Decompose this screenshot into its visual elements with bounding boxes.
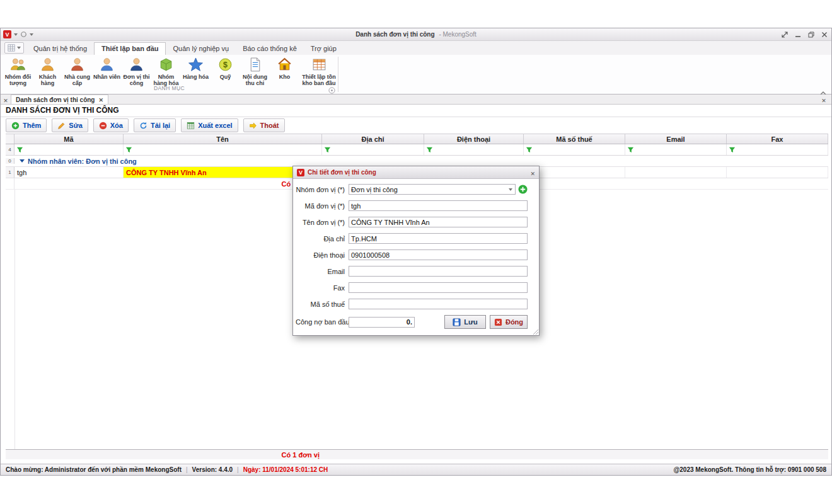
group-row-content[interactable]: Nhóm nhân viên: Đơn vị thi công — [14, 158, 828, 165]
column-header-dien-thoai[interactable]: Điện thoại — [424, 134, 524, 144]
ribbon-item-income-expense[interactable]: Nội dung thu chi — [240, 56, 270, 88]
exit-button[interactable]: Thoát — [243, 118, 285, 132]
group-combobox[interactable] — [349, 184, 516, 195]
tax-code-input[interactable] — [349, 299, 528, 309]
field-address-label: Địa chỉ — [296, 235, 349, 243]
filter-cell-ten[interactable] — [124, 144, 322, 155]
statusbar-support: @2023 MekongSoft. Thông tin hỗ trợ: 0901… — [674, 466, 826, 473]
column-header-ma[interactable]: Mã — [14, 134, 124, 144]
indicator-column-line — [14, 190, 15, 449]
ribbon-item-fund[interactable]: $ Quỹ — [211, 56, 240, 81]
ribbon-item-object-group[interactable]: Nhóm đối tượng — [3, 56, 33, 88]
close-tab-icon[interactable] — [98, 96, 103, 103]
add-button[interactable]: Thêm — [6, 118, 47, 132]
construction-unit-icon — [129, 57, 144, 72]
ribbon-tab-help[interactable]: Trợ giúp — [304, 43, 344, 55]
dialog-titlebar[interactable]: Chi tiết đơn vị thi công — [293, 166, 539, 179]
opening-balance-input[interactable] — [349, 317, 415, 328]
field-tax-code: Mã số thuế — [296, 299, 528, 309]
filter-icon[interactable] — [426, 146, 433, 153]
filter-cell-fax[interactable] — [727, 144, 828, 155]
document-tab-active[interactable]: Danh sách đơn vị thi công — [11, 94, 108, 104]
document-tab-label: Danh sách đơn vị thi công — [16, 96, 95, 103]
ribbon-tab-reports[interactable]: Báo cáo thống kê — [236, 43, 304, 55]
titlebar: Danh sách đơn vị thi công - MekongSoft — [1, 28, 831, 41]
add-group-icon[interactable] — [518, 185, 528, 194]
email-input[interactable] — [349, 266, 528, 277]
reload-button[interactable]: Tải lại — [134, 118, 176, 132]
save-button-label: Lưu — [464, 318, 477, 326]
dialog-close-icon[interactable] — [530, 167, 535, 178]
data-row-indicator: 1 — [6, 167, 14, 178]
group-row-label: Nhóm nhân viên: Đơn vị thi công — [28, 158, 137, 165]
divider — [1, 117, 831, 117]
save-button[interactable]: Lưu — [444, 315, 486, 329]
app-menu-button[interactable] — [4, 42, 24, 54]
footer-summary-text: Có 1 đơn vị — [124, 450, 322, 459]
filter-cell-dien-thoai[interactable] — [424, 144, 524, 155]
close-document-icon[interactable] — [819, 94, 829, 105]
reload-icon — [139, 122, 147, 130]
code-input[interactable] — [349, 200, 528, 211]
add-button-label: Thêm — [23, 122, 41, 129]
column-header-dia-chi[interactable]: Địa chỉ — [322, 134, 424, 144]
edit-button[interactable]: Sửa — [52, 118, 88, 132]
ribbon-item-construction-unit[interactable]: Đơn vị thi công — [122, 56, 151, 88]
close-dialog-button[interactable]: Đóng — [490, 315, 528, 329]
column-header-email[interactable]: Email — [625, 134, 727, 144]
filter-icon[interactable] — [16, 146, 23, 153]
filter-icon[interactable] — [324, 146, 331, 153]
restore-icon[interactable] — [807, 30, 816, 39]
filter-icon[interactable] — [526, 146, 533, 153]
filter-cell-dia-chi[interactable] — [322, 144, 424, 155]
fax-input[interactable] — [349, 282, 528, 293]
filter-cell-ma-so-thue[interactable] — [524, 144, 625, 155]
export-excel-button[interactable]: Xuất excel — [181, 118, 238, 132]
filter-icon[interactable] — [627, 146, 634, 153]
filter-cell-ma[interactable] — [14, 144, 124, 155]
summary-row-indicator — [6, 178, 14, 189]
cell-fax[interactable] — [727, 167, 828, 178]
ribbon-tab-system[interactable]: Quản trị hệ thống — [26, 43, 94, 55]
close-window-icon[interactable] — [820, 30, 829, 39]
ribbon-item-product[interactable]: Hàng hóa — [181, 56, 211, 81]
delete-button[interactable]: Xóa — [93, 118, 129, 132]
ribbon-item-supplier[interactable]: Nhà cung cấp — [62, 56, 92, 88]
filter-icon[interactable] — [729, 146, 736, 153]
ribbon-group-label: DANH MỤC — [1, 85, 338, 91]
combo-dropdown-icon[interactable] — [506, 188, 515, 191]
ribbon-tab-operations[interactable]: Quản lý nghiệp vụ — [166, 43, 236, 55]
column-header-ma-so-thue[interactable]: Mã số thuế — [524, 134, 625, 144]
cell-ma[interactable]: tgh — [14, 167, 124, 178]
column-header-fax[interactable]: Fax — [727, 134, 828, 144]
ribbon-item-employee[interactable]: Nhân viên — [92, 56, 122, 81]
minimize-icon[interactable] — [794, 30, 802, 39]
ribbon-item-product-group[interactable]: Nhóm hàng hóa — [151, 56, 181, 88]
filter-cell-email[interactable] — [625, 144, 727, 155]
close-all-tabs-icon[interactable] — [1, 94, 11, 104]
grid-filter-row: 4 — [6, 144, 828, 156]
window-title-text: Danh sách đơn vị thi công — [355, 31, 434, 38]
app-window: Danh sách đơn vị thi công - MekongSoft Q… — [0, 28, 832, 476]
fit-window-icon[interactable] — [780, 30, 789, 39]
object-group-icon — [10, 57, 26, 72]
field-address: Địa chỉ — [296, 233, 528, 244]
field-phone: Điện thoại — [296, 249, 528, 260]
field-opening-balance-label: Công nợ ban đầu — [296, 318, 349, 326]
ribbon-tab-setup[interactable]: Thiết lập ban đầu — [94, 42, 166, 55]
phone-input[interactable] — [349, 249, 528, 260]
collapse-group-icon[interactable] — [20, 159, 25, 163]
field-group: Nhóm đơn vị (*) — [296, 184, 528, 195]
name-input[interactable] — [349, 217, 528, 227]
ribbon-item-initial-stock[interactable]: Thiết lập tồn kho ban đầu — [299, 56, 338, 88]
group-combobox-input[interactable] — [349, 185, 506, 194]
grid-header-row: Mã Tên Địa chỉ Điện thoại Mã số thuế Ema… — [6, 134, 828, 144]
ribbon-item-warehouse[interactable]: Kho — [270, 56, 299, 81]
exit-icon — [249, 122, 257, 130]
filter-icon[interactable] — [125, 146, 132, 153]
column-header-ten[interactable]: Tên — [124, 134, 322, 144]
ribbon-item-customer[interactable]: Khách hàng — [33, 56, 62, 88]
cell-email[interactable] — [625, 167, 727, 178]
address-input[interactable] — [349, 233, 528, 244]
fund-icon: $ — [217, 57, 233, 72]
